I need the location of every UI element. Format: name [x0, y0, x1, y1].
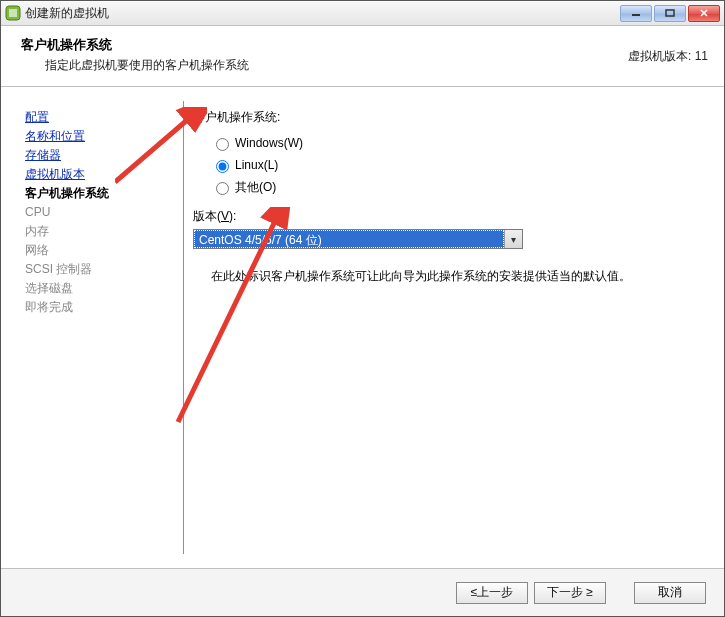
step-scsi: SCSI 控制器: [25, 261, 183, 277]
chevron-down-icon[interactable]: ▾: [504, 230, 522, 248]
step-cpu: CPU: [25, 204, 183, 220]
step-vm-version[interactable]: 虚拟机版本: [25, 166, 183, 182]
step-storage[interactable]: 存储器: [25, 147, 183, 163]
maximize-button[interactable]: [654, 5, 686, 22]
radio-linux[interactable]: Linux(L): [211, 154, 704, 176]
wizard-steps-sidebar: 配置 名称和位置 存储器 虚拟机版本 客户机操作系统 CPU 内存 网络 SCS…: [1, 87, 183, 568]
wizard-body: 配置 名称和位置 存储器 虚拟机版本 客户机操作系统 CPU 内存 网络 SCS…: [1, 87, 724, 568]
radio-linux-input[interactable]: [216, 160, 229, 173]
radio-windows-input[interactable]: [216, 138, 229, 151]
wizard-footer: ≤上一步 下一步 ≥ 取消: [1, 568, 724, 616]
cancel-button[interactable]: 取消: [634, 582, 706, 604]
step-config[interactable]: 配置: [25, 109, 183, 125]
app-icon: [5, 5, 21, 21]
svg-rect-1: [9, 9, 17, 17]
radio-other-label: 其他(O): [235, 179, 276, 196]
back-button[interactable]: ≤上一步: [456, 582, 528, 604]
version-select[interactable]: CentOS 4/5/6/7 (64 位) ▾: [193, 229, 523, 249]
version-selected-value: CentOS 4/5/6/7 (64 位): [194, 230, 504, 248]
wizard-header: 客户机操作系统 指定此虚拟机要使用的客户机操作系统 虚拟机版本: 11: [1, 26, 724, 87]
window-title: 创建新的虚拟机: [25, 5, 620, 22]
close-button[interactable]: [688, 5, 720, 22]
window-controls: [620, 5, 720, 22]
vm-version-label: 虚拟机版本: 11: [628, 36, 708, 65]
svg-rect-3: [666, 10, 674, 16]
step-network: 网络: [25, 242, 183, 258]
radio-other-input[interactable]: [216, 182, 229, 195]
os-radio-group: Windows(W) Linux(L) 其他(O): [211, 132, 704, 198]
wizard-main: 客户机操作系统: Windows(W) Linux(L) 其他(O) 版本(V)…: [183, 87, 724, 568]
radio-other[interactable]: 其他(O): [211, 176, 704, 198]
version-label: 版本(V):: [193, 209, 236, 223]
next-button[interactable]: 下一步 ≥: [534, 582, 606, 604]
hint-text: 在此处标识客户机操作系统可让此向导为此操作系统的安装提供适当的默认值。: [211, 267, 704, 285]
radio-windows-label: Windows(W): [235, 136, 303, 150]
step-name-location[interactable]: 名称和位置: [25, 128, 183, 144]
step-memory: 内存: [25, 223, 183, 239]
titlebar: 创建新的虚拟机: [1, 1, 724, 26]
page-subtitle: 指定此虚拟机要使用的客户机操作系统: [45, 57, 628, 74]
step-ready: 即将完成: [25, 299, 183, 315]
step-guest-os: 客户机操作系统: [25, 185, 183, 201]
radio-windows[interactable]: Windows(W): [211, 132, 704, 154]
page-title: 客户机操作系统: [21, 36, 628, 54]
minimize-button[interactable]: [620, 5, 652, 22]
wizard-window: 创建新的虚拟机 客户机操作系统 指定此虚拟机要使用的客户机操作系统 虚拟机版本:…: [0, 0, 725, 617]
svg-rect-2: [632, 14, 640, 16]
step-select-disk: 选择磁盘: [25, 280, 183, 296]
radio-linux-label: Linux(L): [235, 158, 278, 172]
guest-os-label: 客户机操作系统:: [193, 109, 704, 126]
